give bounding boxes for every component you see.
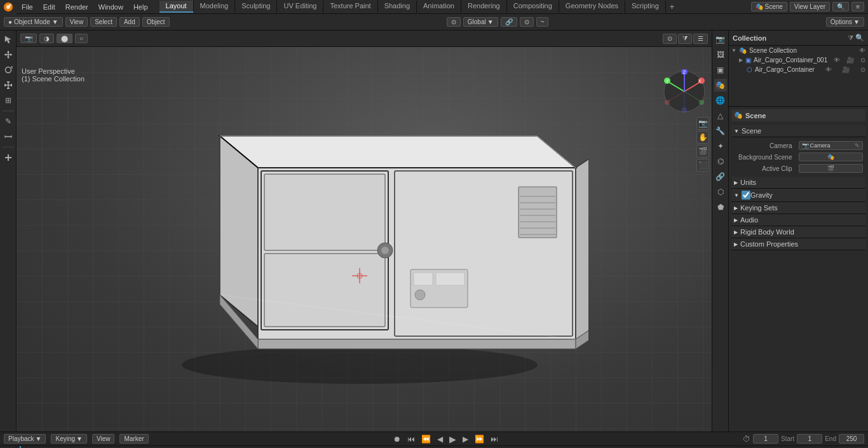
tab-texture-paint[interactable]: Texture Paint (323, 1, 377, 13)
gizmo-overlay-btn[interactable]: ⊙ (663, 34, 677, 44)
select-menu[interactable]: Select (90, 17, 117, 27)
mode-selector[interactable]: ● Object Mode ▼ (4, 17, 63, 27)
container001-render-icon[interactable]: ⊙ (860, 57, 865, 64)
step-back-btn[interactable]: ◀ (436, 435, 444, 444)
container-render-icon[interactable]: ⊙ (860, 66, 865, 73)
start-frame-input[interactable]: 1 (797, 434, 822, 444)
tab-rendering[interactable]: Rendering (461, 1, 507, 13)
add-workspace-tab[interactable]: + (666, 1, 679, 13)
gravity-checkbox[interactable] (742, 191, 750, 200)
annotate-tool[interactable]: ✎ (2, 115, 15, 128)
menu-file[interactable]: File (17, 2, 38, 12)
world-props-tab[interactable]: 🌐 (714, 94, 727, 107)
viewport-shading-render[interactable]: ○ (75, 34, 88, 43)
object-props-tab[interactable]: △ (714, 109, 727, 122)
outliner-search-icon[interactable]: 🔍 (855, 34, 864, 42)
rigid-body-section[interactable]: ▶ Rigid Body World (731, 226, 865, 238)
outliner-item-container[interactable]: ⬡ Air_Cargo_Container 👁 🎥 ⊙ (729, 65, 868, 74)
outliner-item-container001[interactable]: ▶ ▣ Air_Cargo_Container_001 👁 🎥 ⊙ (729, 55, 868, 65)
transform-orientation[interactable]: Global ▼ (463, 17, 498, 27)
menu-edit[interactable]: Edit (38, 2, 60, 12)
outliner-filter-icon[interactable]: ⧩ (848, 34, 853, 42)
object-data-props-tab[interactable]: ⬡ (714, 186, 727, 198)
nav-gizmo[interactable]: X Y Z (662, 69, 707, 114)
skip-end-btn[interactable]: ⏭ (489, 435, 499, 444)
view-menu[interactable]: View (65, 17, 88, 27)
end-frame-input[interactable]: 250 (839, 434, 864, 444)
custom-props-section[interactable]: ▶ Custom Properties (731, 238, 865, 250)
tab-shading[interactable]: Shading (378, 1, 417, 13)
add-menu[interactable]: Add (119, 17, 140, 27)
view-type-btn[interactable]: 📷 (20, 34, 37, 43)
menu-window[interactable]: Window (93, 2, 128, 12)
cursor-tool[interactable] (2, 33, 15, 46)
tab-sculpting[interactable]: Sculpting (235, 1, 277, 13)
filter-btn[interactable]: ≡ (851, 2, 864, 11)
current-frame-input[interactable]: 1 (753, 434, 778, 444)
skip-start-btn[interactable]: ⏮ (406, 435, 416, 444)
container001-eye-icon[interactable]: 👁 (834, 57, 840, 64)
pan-tool-btn[interactable]: ✋ (696, 131, 709, 144)
units-section[interactable]: ▶ Units (731, 177, 865, 189)
scene-collection-eye-icon[interactable]: 👁 (859, 47, 865, 54)
viewport-3d[interactable]: 📷 ◑ ⬤ ○ ⊙ ⧩ ☰ User Perspective (1) (17, 31, 712, 431)
tab-compositing[interactable]: Compositing (507, 1, 559, 13)
options-btn[interactable]: Options ▼ (826, 17, 864, 27)
xray-btn[interactable]: ☰ (693, 34, 708, 44)
timeline-view-btn[interactable]: View (92, 434, 115, 444)
view-layer-selector[interactable]: View Layer (790, 2, 830, 11)
physics-props-tab[interactable]: ⌬ (714, 155, 727, 168)
record-btn[interactable]: ⏺ (392, 435, 402, 444)
viewport-shading-solid[interactable]: ⬤ (57, 34, 72, 43)
container-camera-icon[interactable]: 🎥 (842, 66, 850, 73)
material-icon-btn[interactable]: ⬛ (696, 159, 709, 172)
timeline-keying-btn[interactable]: Keying ▼ (51, 434, 86, 444)
object-menu[interactable]: Object (142, 17, 170, 27)
container-eye-icon[interactable]: 👁 (825, 66, 832, 73)
3d-scene[interactable]: User Perspective (1) Scene Collection (17, 47, 712, 431)
proportional-edit[interactable]: ⊙ (520, 17, 534, 27)
play-btn[interactable]: ▶ (448, 434, 458, 444)
timeline-marker-btn[interactable]: Marker (119, 434, 148, 444)
render-engine-btn[interactable]: 🔍 (832, 2, 849, 11)
tab-animation[interactable]: Animation (417, 1, 461, 13)
overlay-btn[interactable]: ⧩ (678, 34, 692, 44)
tab-modeling[interactable]: Modeling (194, 1, 236, 13)
view-layer-props-tab[interactable]: ▣ (714, 64, 727, 76)
camera-edit-icon[interactable]: ✎ (855, 142, 860, 149)
transform-tool[interactable]: ⊞ (2, 94, 15, 107)
particles-props-tab[interactable]: ✦ (714, 140, 727, 153)
scene-subsection[interactable]: ▼ Scene (731, 125, 865, 137)
gravity-section[interactable]: ▼ Gravity (731, 189, 865, 202)
tab-scripting[interactable]: Scripting (625, 1, 666, 13)
measure-tool[interactable] (2, 130, 15, 143)
viewport-shading[interactable]: ◑ (39, 34, 54, 43)
menu-render[interactable]: Render (60, 2, 93, 12)
scale-tool[interactable] (2, 79, 15, 92)
rotate-tool[interactable] (2, 64, 15, 76)
material-props-tab[interactable]: ⬟ (714, 201, 727, 214)
render-props-tab[interactable]: 📷 (714, 33, 727, 46)
overlay-toggle[interactable]: ~ (536, 17, 549, 27)
audio-section[interactable]: ▶ Audio (731, 214, 865, 226)
tab-layout[interactable]: Layout (159, 1, 194, 13)
render-icon-btn[interactable]: 🎬 (696, 145, 709, 158)
keying-sets-section[interactable]: ▶ Keying Sets (731, 202, 865, 214)
camera-prop-value[interactable]: 📷 Camera ✎ (799, 141, 864, 150)
output-props-tab[interactable]: 🖼 (714, 48, 727, 61)
menu-help[interactable]: Help (128, 2, 153, 12)
step-fwd-btn[interactable]: ▶ (461, 435, 470, 444)
constraints-props-tab[interactable]: 🔗 (714, 170, 727, 183)
snap-toggle[interactable]: 🔗 (501, 17, 517, 27)
add-tool[interactable] (2, 151, 15, 164)
next-keyframe-btn[interactable]: ⏩ (473, 435, 485, 444)
tab-geometry-nodes[interactable]: Geometry Nodes (559, 1, 625, 13)
camera-view-btn[interactable]: 📷 (696, 117, 709, 130)
tab-uv-editing[interactable]: UV Editing (277, 1, 323, 13)
scene-props-tab[interactable]: 🎭 (714, 79, 727, 92)
timeline-playback-btn[interactable]: Playback ▼ (4, 434, 46, 444)
active-clip-value[interactable]: 🎬 (799, 164, 864, 173)
move-tool[interactable] (2, 48, 15, 61)
bg-scene-value[interactable]: 🎭 (799, 153, 864, 161)
scene-selector[interactable]: 🎭 Scene (751, 2, 787, 11)
